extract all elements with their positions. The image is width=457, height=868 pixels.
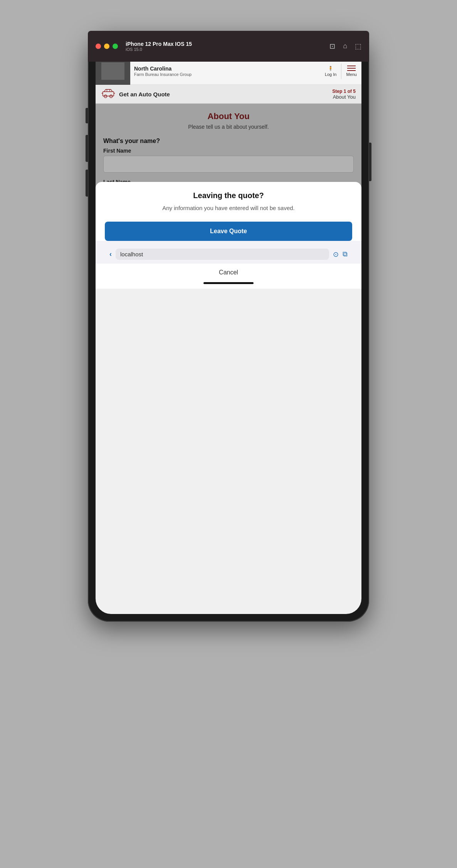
main-content: About You Please tell us a bit about you… xyxy=(96,104,361,289)
ios-version: iOS 15.0 xyxy=(126,47,192,52)
user-icon: 🧍 xyxy=(328,66,333,71)
title-bar-text: iPhone 12 Pro Max IOS 15 iOS 15.0 xyxy=(126,41,192,52)
logo-image xyxy=(101,62,124,80)
home-icon[interactable]: ⌂ xyxy=(343,42,347,50)
title-bar-icons: ⊡ ⌂ ⬚ xyxy=(329,42,361,50)
browser-bar: ‹ localhost ⊙ ⧉ xyxy=(104,245,353,264)
brand-sub: Farm Bureau Insurance Group xyxy=(134,72,316,77)
device-name: iPhone 12 Pro Max IOS 15 xyxy=(126,41,192,47)
step-name: About You xyxy=(332,94,356,100)
login-label: Log In xyxy=(325,72,337,77)
title-bar: iPhone 12 Pro Max IOS 15 iOS 15.0 ⊡ ⌂ ⬚ xyxy=(88,31,369,62)
header-logo xyxy=(96,58,130,85)
browser-tabs-icon[interactable]: ⧉ xyxy=(343,250,348,259)
home-bar xyxy=(203,282,254,284)
url-bar[interactable]: localhost xyxy=(116,249,329,260)
car-icon xyxy=(101,88,115,100)
browser-icons: ⊙ ⧉ xyxy=(333,250,348,259)
modal-sheet: Leaving the quote? Any information you h… xyxy=(96,182,361,241)
quote-title: Get an Auto Quote xyxy=(119,91,332,98)
browser-bar-wrapper: ‹ localhost ⊙ ⧉ xyxy=(96,241,361,264)
menu-label: Menu xyxy=(346,72,357,77)
cancel-button[interactable]: Cancel xyxy=(219,269,238,276)
modal-body: Any information you have entered will no… xyxy=(105,204,352,213)
svg-point-1 xyxy=(104,95,107,98)
phone-shell: 10:40 wifi xyxy=(88,31,369,622)
app-header: North Carolina Farm Bureau Insurance Gro… xyxy=(96,58,361,85)
header-brand: North Carolina Farm Bureau Insurance Gro… xyxy=(130,66,320,77)
phone-screen: 10:40 wifi xyxy=(96,39,361,614)
traffic-lights xyxy=(96,44,118,49)
browser-back-button[interactable]: ‹ xyxy=(109,250,112,258)
mute-button xyxy=(86,108,88,123)
power-button xyxy=(369,143,371,181)
screenshot-icon[interactable]: ⊡ xyxy=(329,42,335,50)
svg-point-2 xyxy=(110,95,113,98)
home-indicator xyxy=(96,279,361,289)
menu-button[interactable]: Menu xyxy=(341,66,361,77)
maximize-button-dot[interactable] xyxy=(113,44,118,49)
leave-quote-button[interactable]: Leave Quote xyxy=(105,222,352,241)
login-button[interactable]: 🧍 Log In xyxy=(320,66,341,77)
header-actions: 🧍 Log In Menu xyxy=(320,64,361,79)
volume-up-button xyxy=(86,135,88,162)
rotate-icon[interactable]: ⬚ xyxy=(355,42,361,50)
step-info: Step 1 of 5 About You xyxy=(332,89,356,100)
volume-down-button xyxy=(86,170,88,197)
brand-name: North Carolina xyxy=(134,66,316,72)
modal-title: Leaving the quote? xyxy=(105,191,352,200)
cancel-area: Cancel xyxy=(96,264,361,279)
quote-banner: Get an Auto Quote Step 1 of 5 About You xyxy=(96,85,361,104)
browser-options-icon[interactable]: ⊙ xyxy=(333,250,339,259)
modal-overlay: Leaving the quote? Any information you h… xyxy=(96,104,361,289)
minimize-button-dot[interactable] xyxy=(104,44,109,49)
hamburger-icon xyxy=(347,66,356,71)
simulator-wrapper: iPhone 12 Pro Max IOS 15 iOS 15.0 ⊡ ⌂ ⬚ … xyxy=(0,0,457,868)
close-button-dot[interactable] xyxy=(96,44,101,49)
step-label: Step 1 of 5 xyxy=(332,89,356,94)
